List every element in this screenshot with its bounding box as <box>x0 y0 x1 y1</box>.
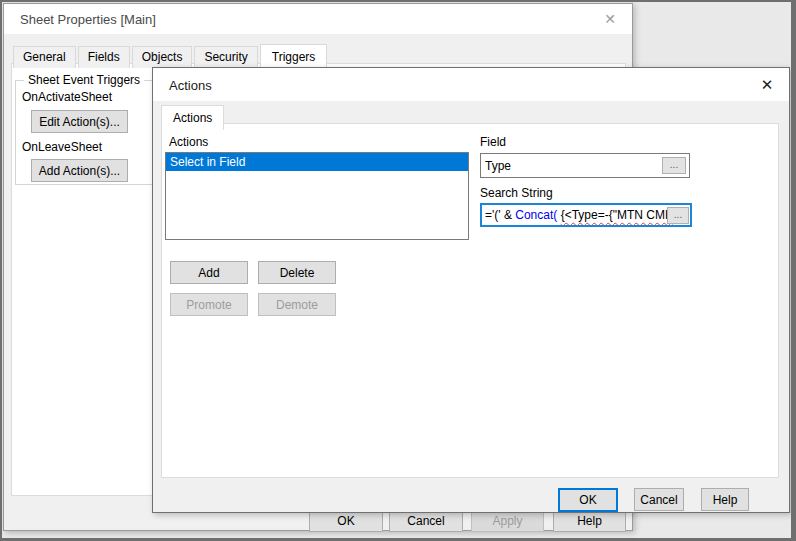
tab-general[interactable]: General <box>13 46 76 68</box>
actions-title: Actions <box>169 77 212 92</box>
desktop-background: Sheet Properties [Main] ✕ General Fields… <box>0 0 796 541</box>
cancel-button[interactable]: Cancel <box>634 488 684 511</box>
promote-button[interactable]: Promote <box>170 293 248 316</box>
actions-listbox[interactable]: Select in Field <box>165 152 469 240</box>
search-browse-button[interactable]: ... <box>667 207 689 224</box>
ok-button[interactable]: OK <box>558 488 618 512</box>
tab-triggers[interactable]: Triggers <box>260 44 328 69</box>
close-icon[interactable]: ✕ <box>753 73 781 97</box>
tab-security[interactable]: Security <box>194 46 257 68</box>
on-leave-sheet-label: OnLeaveSheet <box>22 140 102 154</box>
on-activate-sheet-label: OnActivateSheet <box>22 90 112 104</box>
search-text-function: Concat( <box>515 208 560 222</box>
delete-button[interactable]: Delete <box>258 261 336 284</box>
search-string-input[interactable]: ='(' & Concat( {<Type=-{"MTN CMK ... <box>480 203 692 227</box>
field-value: Type <box>485 159 511 173</box>
tab-fields[interactable]: Fields <box>78 46 130 68</box>
actions-titlebar[interactable]: Actions ✕ <box>153 68 789 101</box>
actions-dialog: Actions ✕ Actions Actions Select in Fiel… <box>152 67 790 513</box>
tab-objects[interactable]: Objects <box>132 46 193 68</box>
field-label: Field <box>480 135 506 149</box>
actions-tabpage: Actions Select in Field Field Type ... S… <box>161 123 779 478</box>
search-string-label: Search String <box>480 186 553 200</box>
close-icon[interactable]: ✕ <box>596 7 624 31</box>
tab-actions[interactable]: Actions <box>161 105 224 130</box>
sheet-properties-titlebar[interactable]: Sheet Properties [Main] ✕ <box>4 4 632 34</box>
add-actions-button[interactable]: Add Action(s)... <box>31 159 128 182</box>
sheet-properties-tabbar: General Fields Objects Security Triggers <box>13 44 329 68</box>
search-text-prefix: ='(' & <box>485 208 515 222</box>
sheet-event-triggers-legend: Sheet Event Triggers <box>24 73 144 87</box>
actions-list-label: Actions <box>169 135 208 149</box>
edit-actions-button[interactable]: Edit Action(s)... <box>31 110 128 133</box>
field-browse-button[interactable]: ... <box>662 157 686 174</box>
add-button[interactable]: Add <box>170 261 248 284</box>
field-input[interactable]: Type ... <box>480 153 690 178</box>
search-string-value: ='(' & Concat( {<Type=-{"MTN CMK <box>485 208 673 222</box>
list-item[interactable]: Select in Field <box>166 153 468 171</box>
sheet-properties-title: Sheet Properties [Main] <box>20 12 156 27</box>
demote-button[interactable]: Demote <box>258 293 336 316</box>
help-button[interactable]: Help <box>701 488 749 511</box>
search-text-set-expression: {<Type=-{"MTN CMK <box>561 208 673 222</box>
actions-tabbar: Actions <box>161 105 226 129</box>
